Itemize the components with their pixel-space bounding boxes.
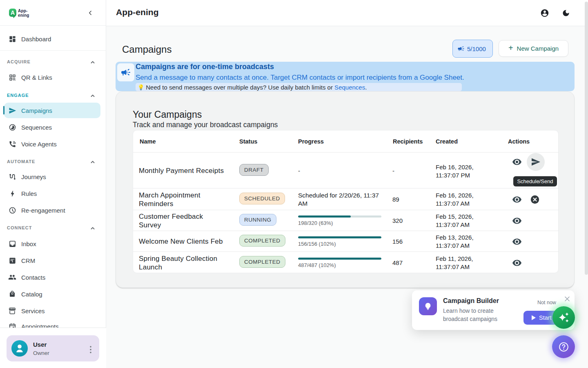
svg-text:A: A: [11, 9, 15, 16]
